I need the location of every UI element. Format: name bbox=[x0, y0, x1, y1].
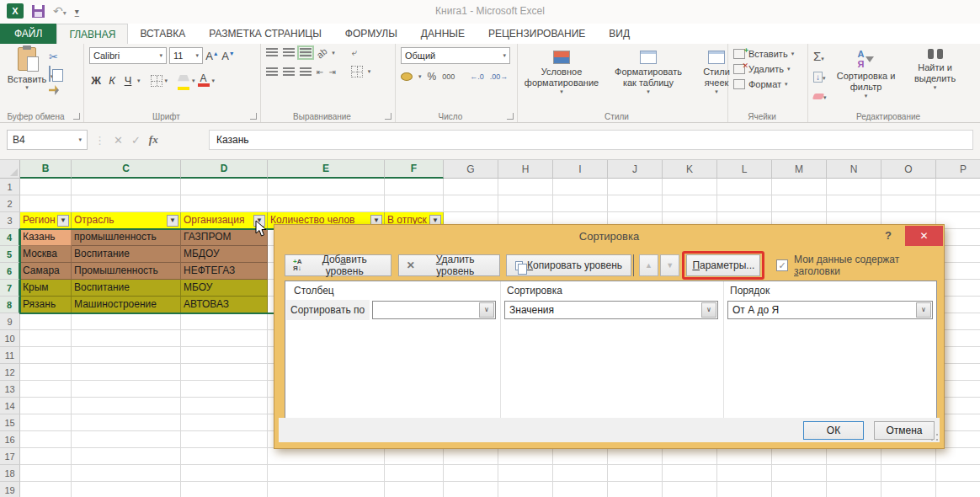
row-header[interactable]: 16 bbox=[0, 431, 20, 448]
align-left-icon[interactable] bbox=[266, 67, 278, 77]
filter-header-cell[interactable]: Организация ▼ bbox=[181, 212, 268, 229]
column-header[interactable]: F bbox=[385, 160, 444, 179]
font-color-button[interactable]: А bbox=[198, 74, 210, 87]
tab-file[interactable]: ФАЙЛ bbox=[0, 24, 56, 44]
row-header[interactable]: 10 bbox=[0, 330, 20, 347]
align-right-icon[interactable] bbox=[300, 67, 312, 77]
row-header[interactable]: 8 bbox=[0, 297, 20, 313]
borders-icon[interactable] bbox=[151, 75, 162, 87]
merge-center-icon[interactable] bbox=[351, 66, 363, 77]
delete-cells-button[interactable]: ✕ Удалить▾ bbox=[733, 64, 804, 74]
column-header[interactable]: P bbox=[936, 160, 980, 179]
undo-button[interactable]: ↶▾ bbox=[53, 3, 67, 19]
align-center-icon[interactable] bbox=[283, 67, 295, 77]
column-header[interactable]: O bbox=[881, 160, 936, 179]
row-header[interactable]: 14 bbox=[0, 398, 20, 414]
data-cell[interactable]: Самара bbox=[20, 263, 72, 280]
data-cell[interactable]: Машиностроение bbox=[72, 297, 181, 313]
increase-decimal-icon[interactable]: ←.0 bbox=[470, 72, 484, 81]
font-size-combo[interactable]: 11▾ bbox=[169, 47, 203, 64]
options-button[interactable]: Параметры... bbox=[686, 254, 760, 276]
data-cell[interactable]: Рязань bbox=[20, 297, 72, 313]
data-cell[interactable]: ГАЗПРОМ bbox=[181, 229, 268, 246]
italic-button[interactable]: К bbox=[105, 74, 119, 87]
underline-button[interactable]: Ч bbox=[121, 74, 135, 87]
confirm-entry-icon[interactable]: ✓ bbox=[131, 134, 141, 147]
ribbon-tab[interactable]: ГЛАВНАЯ bbox=[56, 24, 128, 44]
decrease-indent-icon[interactable]: ⇤ bbox=[317, 67, 323, 77]
ribbon-tab[interactable]: ДАННЫЕ bbox=[409, 24, 477, 44]
orientation-icon[interactable]: ab bbox=[315, 45, 329, 60]
dialog-launcher-icon[interactable] bbox=[385, 113, 391, 120]
comma-style-button[interactable]: 000 bbox=[442, 72, 455, 81]
currency-icon[interactable] bbox=[401, 72, 413, 81]
ok-button[interactable]: ОК bbox=[803, 421, 864, 440]
ribbon-tab[interactable]: ФОРМУЛЫ bbox=[333, 24, 409, 44]
move-up-button[interactable]: ▲ bbox=[639, 254, 658, 276]
data-cell[interactable]: АВТОВАЗ bbox=[181, 297, 268, 313]
format-cells-button[interactable]: Формат▾ bbox=[733, 79, 804, 89]
grow-font-button[interactable]: А▲ bbox=[205, 50, 219, 62]
data-cell[interactable]: Крым bbox=[20, 280, 72, 297]
row-header[interactable]: 6 bbox=[0, 263, 20, 280]
column-header[interactable]: D bbox=[181, 160, 268, 179]
dialog-launcher-icon[interactable] bbox=[73, 113, 80, 120]
ribbon-tab[interactable]: РЕЦЕНЗИРОВАНИЕ bbox=[477, 24, 597, 44]
filter-header-cell[interactable]: Регион ▼ bbox=[20, 212, 72, 229]
data-cell[interactable]: промышленность bbox=[72, 229, 181, 246]
row-header[interactable]: 4 bbox=[0, 229, 20, 246]
filter-dropdown-icon[interactable]: ▼ bbox=[57, 215, 69, 227]
row-header[interactable]: 13 bbox=[0, 381, 20, 398]
ribbon-tab[interactable]: РАЗМЕТКА СТРАНИЦЫ bbox=[197, 24, 333, 44]
save-icon[interactable] bbox=[32, 5, 45, 18]
copy-level-button[interactable]: Копировать уровень bbox=[506, 254, 631, 276]
customize-qat-button[interactable]: ▾̲ bbox=[75, 7, 78, 16]
paste-button[interactable]: Вставить ▾ bbox=[5, 47, 49, 95]
align-middle-icon[interactable] bbox=[283, 48, 295, 57]
fill-button[interactable]: ↓▾ bbox=[813, 68, 827, 83]
data-cell[interactable]: Москва bbox=[20, 246, 72, 263]
decrease-decimal-icon[interactable]: .00→ bbox=[490, 72, 509, 81]
row-header[interactable]: 17 bbox=[0, 448, 20, 465]
row-header[interactable]: 19 bbox=[0, 482, 20, 497]
column-header[interactable]: L bbox=[717, 160, 772, 179]
data-cell[interactable]: МБОУ bbox=[181, 280, 268, 297]
data-cell[interactable]: НЕФТЕГАЗ bbox=[181, 263, 268, 280]
column-header[interactable]: B bbox=[20, 160, 72, 179]
format-as-table-button[interactable]: Форматировать как таблицу ▾ bbox=[609, 51, 688, 95]
row-header[interactable]: 9 bbox=[0, 313, 20, 330]
sort-on-combo[interactable]: Значения ∨ bbox=[504, 301, 718, 319]
column-header[interactable]: H bbox=[498, 160, 553, 179]
filter-dropdown-icon[interactable]: ▼ bbox=[253, 215, 265, 227]
data-cell[interactable]: Воспитание bbox=[72, 246, 181, 263]
column-header[interactable]: E bbox=[268, 160, 385, 179]
row-header[interactable]: 11 bbox=[0, 347, 20, 364]
find-select-button[interactable]: Найти и выделить ▾ bbox=[906, 49, 965, 110]
help-button[interactable]: ? bbox=[885, 229, 892, 242]
resize-grip[interactable] bbox=[930, 433, 939, 441]
copy-button[interactable]: ▾ bbox=[49, 67, 59, 82]
number-format-combo[interactable]: Общий▾ bbox=[401, 47, 510, 64]
row-header[interactable]: 15 bbox=[0, 414, 20, 431]
cut-icon[interactable]: ✂ bbox=[49, 51, 59, 63]
close-button[interactable]: ✕ bbox=[905, 226, 943, 246]
formula-input[interactable]: Казань bbox=[209, 130, 973, 150]
row-header[interactable]: 7 bbox=[0, 280, 20, 297]
column-header[interactable]: G bbox=[444, 160, 498, 179]
align-bottom-icon[interactable] bbox=[300, 48, 312, 57]
data-cell[interactable]: Промышленность bbox=[72, 263, 181, 280]
column-header[interactable]: K bbox=[663, 160, 717, 179]
combo-arrow-icon[interactable]: ∨ bbox=[479, 302, 494, 318]
sort-filter-button[interactable]: АЯ Сортировка и фильтр ▾ bbox=[834, 49, 899, 110]
add-level-button[interactable]: +AЯ↓ Добавить уровень bbox=[285, 254, 391, 276]
sort-by-combo[interactable]: ∨ bbox=[372, 301, 496, 319]
insert-cells-button[interactable]: + Вставить▾ bbox=[733, 49, 804, 59]
row-header[interactable]: 1 bbox=[0, 179, 20, 195]
order-combo[interactable]: От А до Я ∨ bbox=[727, 301, 933, 319]
data-cell[interactable]: Казань bbox=[20, 229, 72, 246]
align-top-icon[interactable] bbox=[266, 48, 278, 57]
delete-level-button[interactable]: ✕ Удалить уровень bbox=[398, 254, 500, 276]
ribbon-tab[interactable]: ВСТАВКА bbox=[128, 24, 197, 44]
row-header[interactable]: 5 bbox=[0, 246, 20, 263]
autosum-button[interactable]: Σ▾ bbox=[813, 49, 827, 64]
